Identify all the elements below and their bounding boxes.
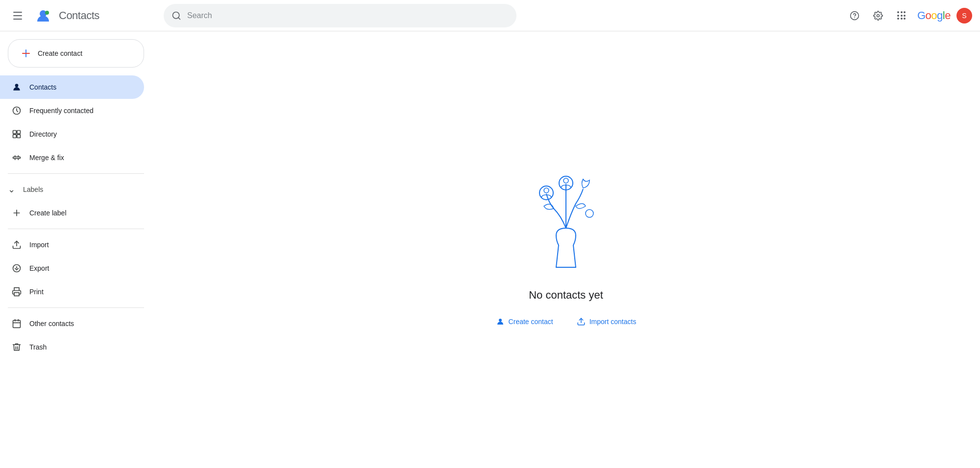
sidebar-item-other-contacts[interactable]: Other contacts	[0, 312, 144, 335]
create-contact-button[interactable]: Create contact	[8, 39, 144, 68]
other-contacts-label: Other contacts	[29, 320, 74, 328]
sidebar-item-directory[interactable]: Directory	[0, 122, 144, 146]
empty-state-illustration	[517, 169, 615, 277]
search-icon	[172, 11, 181, 21]
svg-rect-19	[13, 320, 21, 328]
svg-rect-12	[17, 135, 21, 138]
hamburger-line-2	[13, 15, 22, 16]
no-contacts-text: No contacts yet	[529, 289, 603, 302]
search-input[interactable]	[187, 11, 509, 20]
search-bar[interactable]	[164, 4, 516, 27]
export-icon	[12, 263, 22, 273]
sidebar-item-create-label[interactable]: Create label	[0, 201, 144, 225]
svg-point-28	[586, 210, 593, 217]
contacts-icon	[12, 82, 22, 92]
header-left: Contacts	[8, 6, 160, 25]
create-contact-link-icon	[496, 317, 505, 326]
merge-fix-icon	[12, 153, 22, 163]
google-logo: Google	[917, 9, 951, 22]
action-links: Create contact Import contacts	[490, 313, 642, 330]
svg-point-25	[544, 188, 549, 193]
contacts-label: Contacts	[29, 83, 56, 91]
plus-icon	[20, 47, 32, 59]
frequently-contacted-icon	[12, 106, 22, 116]
hamburger-line-1	[13, 12, 22, 13]
sidebar: Create contact Contacts Frequently conta…	[0, 31, 152, 468]
apps-button[interactable]	[892, 6, 911, 25]
svg-point-1	[45, 11, 49, 15]
labels-header[interactable]: ⌄ Labels	[0, 178, 152, 201]
main-layout: Create contact Contacts Frequently conta…	[0, 31, 980, 468]
sidebar-item-export[interactable]: Export	[0, 257, 144, 280]
labels-title: Labels	[23, 186, 43, 193]
create-contact-link-label: Create contact	[509, 318, 553, 326]
merge-fix-label: Merge & fix	[29, 154, 64, 162]
sidebar-item-frequently-contacted[interactable]: Frequently contacted	[0, 99, 144, 122]
svg-rect-18	[14, 293, 19, 296]
divider-3	[8, 307, 144, 308]
svg-rect-13	[13, 157, 21, 158]
settings-button[interactable]	[868, 6, 888, 25]
import-contacts-link-label: Import contacts	[589, 318, 637, 326]
import-contacts-link[interactable]: Import contacts	[571, 313, 642, 330]
help-button[interactable]	[845, 6, 864, 25]
divider-2	[8, 229, 144, 229]
sidebar-item-import[interactable]: Import	[0, 233, 144, 257]
collapse-labels-icon: ⌄	[8, 184, 15, 195]
create-label-text: Create label	[29, 209, 67, 217]
sidebar-item-trash[interactable]: Trash	[0, 335, 144, 359]
directory-label: Directory	[29, 130, 57, 138]
hamburger-line-3	[13, 19, 22, 20]
export-label: Export	[29, 264, 49, 272]
svg-rect-11	[13, 135, 17, 138]
frequently-contacted-label: Frequently contacted	[29, 107, 94, 115]
import-icon	[12, 240, 22, 250]
avatar[interactable]: S	[956, 8, 972, 23]
trash-icon	[12, 342, 22, 352]
create-contact-link[interactable]: Create contact	[490, 313, 559, 330]
print-icon	[12, 287, 22, 297]
sidebar-item-merge-fix[interactable]: Merge & fix	[0, 146, 144, 169]
hamburger-menu-button[interactable]	[8, 6, 27, 25]
header: Contacts	[0, 0, 980, 31]
svg-point-7	[15, 84, 19, 87]
other-contacts-icon	[12, 319, 22, 328]
directory-icon	[12, 129, 22, 139]
svg-point-29	[499, 319, 502, 322]
trash-label: Trash	[29, 343, 47, 351]
sidebar-item-contacts[interactable]: Contacts	[0, 75, 144, 99]
search-container	[164, 4, 516, 27]
main-content: No contacts yet Create contact Import co…	[152, 31, 980, 468]
svg-point-6	[877, 14, 879, 17]
import-label: Import	[29, 241, 49, 249]
svg-point-27	[564, 178, 568, 183]
divider-1	[8, 173, 144, 174]
import-contacts-link-icon	[577, 317, 586, 326]
svg-rect-10	[17, 131, 21, 134]
header-right: Google S	[845, 6, 972, 25]
grid-icon	[897, 11, 906, 20]
print-label: Print	[29, 288, 44, 296]
svg-rect-9	[13, 131, 17, 134]
create-contact-label: Create contact	[38, 49, 82, 57]
svg-line-3	[178, 17, 180, 19]
create-label-icon	[12, 208, 22, 218]
sidebar-item-print[interactable]: Print	[0, 280, 144, 304]
app-title: Contacts	[59, 9, 99, 22]
app-icon	[33, 6, 53, 25]
